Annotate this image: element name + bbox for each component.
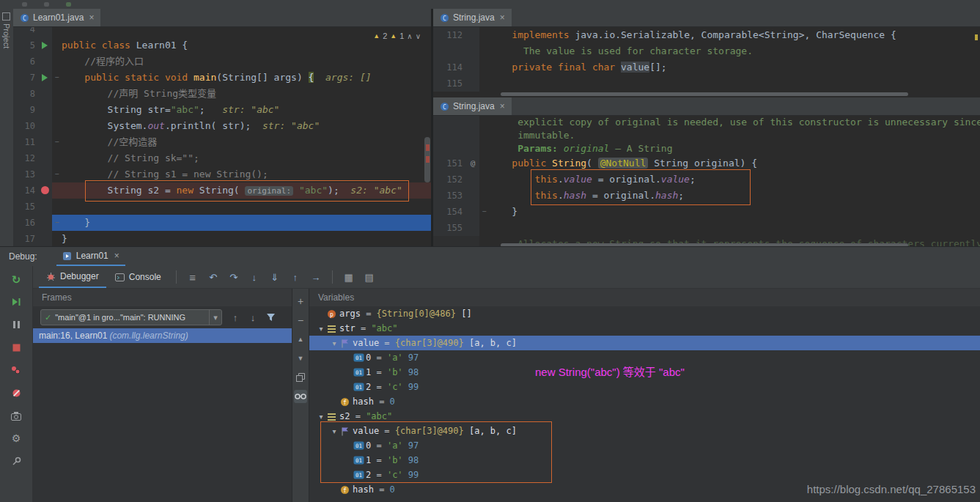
settings-icon[interactable]: ⚙	[8, 429, 24, 447]
show-execution-point-icon[interactable]: ↶	[205, 268, 222, 286]
gutter[interactable]	[39, 182, 52, 199]
line-number[interactable]: 7	[13, 70, 39, 86]
project-strip-label[interactable]: Project	[2, 23, 11, 48]
tab-learn01-java[interactable]: C Learn01.java ×	[13, 9, 100, 26]
line-number[interactable]: 8	[13, 86, 39, 102]
fold-icon[interactable]: −	[52, 134, 62, 150]
tab-debugger[interactable]: Debugger	[39, 266, 106, 288]
close-icon[interactable]: ×	[114, 251, 119, 261]
code-line-152[interactable]: 152 this.value = original.value;	[433, 171, 980, 188]
error-stripe-mark[interactable]	[426, 156, 430, 163]
stop-icon[interactable]	[8, 339, 24, 356]
line-number[interactable]: 115	[433, 75, 466, 92]
var-row-hash[interactable]: fhash = 0	[309, 394, 980, 409]
line-number[interactable]: 4	[13, 27, 39, 37]
line-number[interactable]: 155	[433, 220, 466, 236]
camera-icon[interactable]	[8, 407, 24, 424]
code-line-8[interactable]: 8 //声明 String类型变量	[13, 86, 431, 102]
remove-icon[interactable]: −	[294, 314, 307, 327]
code-line-153[interactable]: 153 this.hash = original.hash;	[433, 188, 980, 204]
var-row-0[interactable]: 010 = 'a' 97	[309, 350, 980, 365]
line-number[interactable]: 6	[13, 53, 39, 70]
code-line-151[interactable]: 151@ public String( @NotNull String orig…	[433, 155, 980, 171]
view-breakpoints-icon[interactable]	[8, 361, 24, 379]
annotation-gutter-icon[interactable]: @	[466, 155, 479, 171]
code-line-4[interactable]: 4	[13, 27, 431, 37]
line-number[interactable]: 9	[13, 102, 39, 118]
var-row-args[interactable]: pargs = {String[0]@486} []	[309, 306, 980, 321]
restore-layout-icon[interactable]: ▤	[361, 268, 378, 286]
error-stripe-mark[interactable]	[975, 34, 978, 40]
step-over-icon[interactable]: ↷	[225, 268, 243, 286]
chevron-down-icon[interactable]: ▾	[209, 310, 221, 325]
step-into-icon[interactable]: ↓	[246, 268, 263, 286]
line-number[interactable]: 14	[13, 182, 39, 199]
var-row-value[interactable]: ▾value = {char[3]@490} [a, b, c]	[309, 336, 980, 350]
code-line-17[interactable]: 17}	[13, 231, 431, 246]
code-line-doc[interactable]: explicit copy of original is needed, use…	[433, 116, 980, 129]
arrow-up-icon[interactable]: ↑	[228, 310, 243, 325]
gutter[interactable]	[39, 70, 52, 86]
inspection-widget[interactable]: ▲ 2 ▲ 1 ∧ ∨	[373, 32, 421, 40]
close-icon[interactable]: ×	[500, 101, 505, 111]
expander-icon[interactable]: ▾	[315, 413, 327, 421]
code-line-12[interactable]: 12 // String sk="";	[13, 150, 431, 166]
code-line-10[interactable]: 10 System.out.println( str); str: "abc"	[13, 118, 431, 134]
code-line-6[interactable]: 6 //程序的入口	[13, 53, 431, 70]
error-stripe-mark[interactable]	[426, 144, 430, 151]
editor-body-learn01[interactable]: 45public class Learn01 {6 //程序的入口7− publ…	[13, 27, 431, 246]
string-java-pane-bottom[interactable]: explicit copy of original is needed, use…	[433, 116, 980, 248]
grid-icon[interactable]: ▦	[340, 268, 358, 286]
code-line-16[interactable]: 16− }	[13, 215, 431, 231]
fold-icon[interactable]: −	[479, 204, 489, 220]
close-icon[interactable]: ×	[89, 12, 94, 23]
line-number[interactable]: 151	[433, 155, 466, 171]
code-line-doc[interactable]: The value is used for character storage.	[433, 43, 980, 59]
line-number[interactable]: 152	[433, 171, 466, 188]
tab-console[interactable]: Console	[108, 266, 169, 288]
code-line-11[interactable]: 11− //空构造器	[13, 134, 431, 150]
code-line-15[interactable]: 15	[13, 199, 431, 215]
line-number[interactable]: 10	[13, 118, 39, 134]
line-number[interactable]	[433, 142, 466, 155]
line-number[interactable]: 5	[13, 37, 39, 53]
code-line-115[interactable]: 115	[433, 75, 980, 92]
step-out-icon[interactable]: ↑	[287, 268, 304, 286]
run-to-cursor-icon[interactable]: →	[307, 268, 325, 286]
next-issue-icon[interactable]: ∨	[416, 32, 421, 40]
line-number[interactable]: 13	[13, 166, 39, 182]
line-number[interactable]	[433, 43, 466, 59]
line-number[interactable]: 15	[13, 199, 39, 215]
code-line-9[interactable]: 9 String str="abc"; str: "abc"	[13, 102, 431, 118]
code-line-7[interactable]: 7− public static void main(String[] args…	[13, 70, 431, 86]
var-row-str[interactable]: ▾str = "abc"	[309, 321, 980, 336]
show-watches-icon[interactable]	[294, 390, 307, 403]
close-icon[interactable]: ×	[500, 12, 505, 23]
h-scrollbar[interactable]	[501, 92, 908, 96]
pin-icon[interactable]	[8, 452, 24, 470]
code-line-doc[interactable]: Params: original – A String	[433, 142, 980, 155]
line-number[interactable]: 16	[13, 215, 39, 231]
code-line-154[interactable]: 154− }	[433, 204, 980, 220]
line-number[interactable]: 11	[13, 134, 39, 150]
project-tool-strip[interactable]: Project	[0, 9, 14, 246]
tab-string-java-bottom[interactable]: C String.java ×	[433, 97, 512, 115]
add-icon[interactable]: +	[294, 295, 307, 308]
force-step-into-icon[interactable]: ⇓	[266, 268, 284, 286]
expander-icon[interactable]: ▾	[328, 427, 340, 435]
tab-session-learn01[interactable]: Learn01 ×	[56, 247, 125, 266]
code-line-155[interactable]: 155	[433, 220, 980, 236]
code-line-112[interactable]: 112 implements java.io.Serializable, Com…	[433, 27, 980, 43]
prev-issue-icon[interactable]: ∧	[407, 32, 412, 40]
var-row-0[interactable]: 010 = 'a' 97	[309, 438, 980, 453]
hamburger-icon[interactable]: ≡	[184, 268, 202, 286]
line-number[interactable]: 12	[13, 150, 39, 166]
move-up-icon[interactable]: ▲	[294, 333, 307, 346]
line-number[interactable]: 17	[13, 231, 39, 246]
duplicate-icon[interactable]	[294, 371, 307, 384]
fold-icon[interactable]: −	[52, 215, 62, 231]
code-line-114[interactable]: 114 private final char value[];	[433, 59, 980, 75]
code-line-14[interactable]: 14 String s2 = new String( original: "ab…	[13, 182, 431, 199]
line-number[interactable]	[433, 129, 466, 142]
var-row-value[interactable]: ▾value = {char[3]@490} [a, b, c]	[309, 424, 980, 438]
